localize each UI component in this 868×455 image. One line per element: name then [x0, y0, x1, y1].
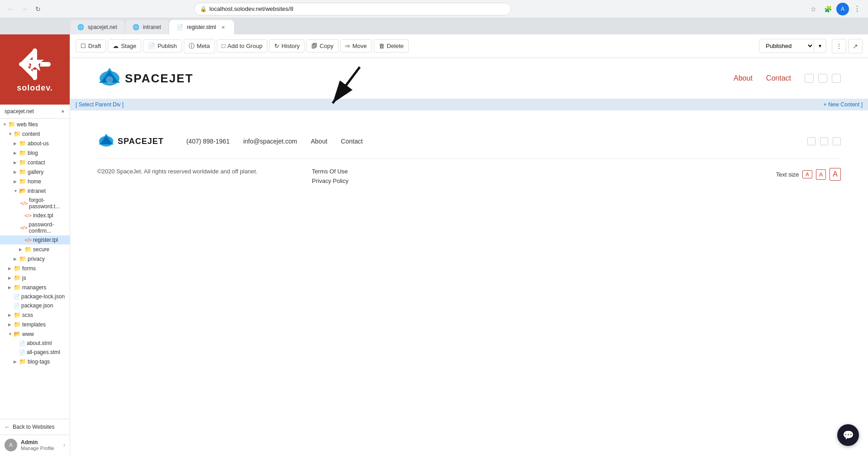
add-to-group-button[interactable]: □ Add to Group — [217, 39, 267, 53]
tree-item-package-json[interactable]: 📄 package.json — [0, 301, 70, 310]
tree-item-js[interactable]: ▶ 📁 js — [0, 273, 70, 283]
tree-item-templates[interactable]: ▶ 📁 templates — [0, 320, 70, 329]
tab-register[interactable]: 📄 register.stml ✕ — [169, 20, 234, 34]
tree-item-package-lock[interactable]: 📄 package-lock.json — [0, 292, 70, 301]
move-button[interactable]: ⇨ Move — [340, 39, 372, 53]
status-selector[interactable]: Published Draft Stage ▼ — [759, 39, 826, 53]
tree-item-password-confirm[interactable]: </> password-confirm... — [0, 220, 70, 235]
social-icon-2[interactable] — [818, 74, 827, 83]
stage-button[interactable]: ☁ Stage — [108, 39, 141, 53]
social-icon-3[interactable] — [832, 74, 841, 83]
bookmark-button[interactable]: ☆ — [807, 3, 820, 15]
folder-icon: 📁 — [14, 321, 21, 328]
delete-button[interactable]: 🗑 Delete — [374, 39, 409, 53]
tree-label: package.json — [21, 302, 53, 309]
tree-label: register.tpl — [33, 237, 58, 243]
delete-label: Delete — [387, 43, 404, 49]
folder-icon: 📁 — [19, 255, 26, 262]
meta-icon: ⓘ — [189, 42, 195, 50]
publish-button[interactable]: 📄 Publish — [143, 39, 182, 53]
grid-view-button[interactable]: ⋮ — [832, 39, 846, 53]
tree-item-web-files[interactable]: ▼ 📁 web files — [0, 120, 70, 129]
browser-chrome: ← → ↻ 🔒 localhost.solodev.net/websites/8… — [0, 0, 868, 18]
reload-button[interactable]: ↻ — [32, 3, 44, 15]
footer-social-icon-2[interactable] — [820, 137, 828, 145]
nav-contact-link[interactable]: Contact — [766, 74, 791, 82]
tree-item-content[interactable]: ▼ 📁 content — [0, 129, 70, 139]
expand-icon: ▶ — [14, 359, 19, 364]
add-to-group-icon: □ — [222, 43, 225, 49]
select-parent-bar[interactable]: [ Select Parent Div ] + New Content ] — [70, 99, 868, 110]
site-selector[interactable]: spacejet.net ▼ — [0, 105, 70, 119]
status-select[interactable]: Published Draft Stage — [759, 39, 814, 53]
history-button[interactable]: ↻ History — [269, 39, 305, 53]
content-area: ☐ Draft ☁ Stage 📄 Publish ⓘ Meta □ Add t… — [70, 34, 868, 455]
back-button[interactable]: ← — [5, 3, 17, 15]
profile-button[interactable]: A — [836, 3, 849, 15]
tree-label: home — [28, 178, 41, 185]
tree-item-all-pages[interactable]: 📄 all-pages.stml — [0, 348, 70, 357]
admin-profile[interactable]: A Admin Manage Profile › — [0, 435, 70, 455]
tree-item-intranet[interactable]: ▼ 📂 intranet — [0, 186, 70, 196]
expand-icon: ▶ — [8, 266, 14, 271]
tree-item-home[interactable]: ▶ 📁 home — [0, 177, 70, 186]
meta-button[interactable]: ⓘ Meta — [184, 39, 215, 53]
tree-item-blog[interactable]: ▶ 📁 blog — [0, 148, 70, 158]
tree-label: contact — [28, 159, 45, 166]
tree-item-blog-tags[interactable]: ▶ 📁 blog-tags — [0, 357, 70, 366]
terms-link[interactable]: Terms Of Use — [312, 168, 348, 175]
copy-button[interactable]: 🗐 Copy — [306, 39, 338, 53]
expand-icon: ▶ — [8, 313, 14, 317]
tree-item-register-tpl[interactable]: </> register.tpl ◀ — [0, 235, 70, 244]
tree-label: password-confirm... — [29, 221, 67, 234]
text-size-medium-button[interactable]: A — [816, 169, 826, 180]
footer-copyright: ©2020 SpaceJet. All rights reserved worl… — [97, 168, 258, 175]
draft-button[interactable]: ☐ Draft — [76, 39, 106, 53]
tree-item-about-us[interactable]: ▶ 📁 about-us — [0, 139, 70, 148]
tree-item-forms[interactable]: ▶ 📁 forms — [0, 263, 70, 273]
text-size-large-button[interactable]: A — [830, 168, 841, 181]
tree-item-contact[interactable]: ▶ 📁 contact — [0, 158, 70, 167]
history-icon: ↻ — [274, 43, 279, 49]
privacy-link[interactable]: Privacy Policy — [312, 177, 348, 184]
admin-name: Admin — [21, 439, 54, 445]
footer-about-link[interactable]: About — [311, 138, 328, 145]
solodev-logo[interactable]: solodev. — [0, 34, 70, 105]
address-bar[interactable]: 🔒 localhost.solodev.net/websites/8 — [194, 3, 511, 15]
tree-item-privacy[interactable]: ▶ 📁 privacy — [0, 254, 70, 263]
sidebar-tree: ▼ 📁 web files ▼ 📁 content ▶ 📁 about-us — [0, 119, 70, 419]
forward-button[interactable]: → — [18, 3, 31, 15]
tab-spacejet[interactable]: 🌐 spacejet.net — [70, 20, 124, 34]
tab-intranet[interactable]: 🌐 intranet — [125, 20, 168, 34]
tree-label: all-pages.stml — [27, 349, 60, 355]
tree-item-managers[interactable]: ▶ 📁 managers — [0, 283, 70, 292]
tree-label: templates — [22, 321, 46, 328]
footer-contact-link[interactable]: Contact — [341, 138, 362, 145]
footer-social-icon-1[interactable] — [807, 137, 816, 145]
tree-item-forgot-password[interactable]: </> forgot-password.t... — [0, 196, 70, 211]
footer-social-icon-3[interactable] — [833, 137, 841, 145]
solodev-snowflake-icon — [17, 46, 53, 82]
tree-item-secure[interactable]: ▶ 📁 secure — [0, 244, 70, 254]
extension-button[interactable]: 🧩 — [822, 3, 835, 15]
tree-item-index-tpl[interactable]: </> index.tpl — [0, 211, 70, 220]
back-to-websites-label: Back to Websites — [13, 424, 54, 430]
tab-close-icon[interactable]: ✕ — [219, 24, 227, 31]
expand-icon: ▶ — [19, 247, 24, 252]
tree-item-about-stml[interactable]: 📄 about.stml — [0, 339, 70, 348]
social-icon-1[interactable] — [805, 74, 814, 83]
menu-button[interactable]: ⋮ — [851, 3, 863, 15]
tree-item-www[interactable]: ▼ 📂 www — [0, 329, 70, 339]
nav-about-link[interactable]: About — [734, 74, 753, 82]
meta-label: Meta — [197, 43, 210, 49]
status-dropdown-arrow: ▼ — [814, 41, 826, 51]
tree-item-gallery[interactable]: ▶ 📁 gallery — [0, 167, 70, 177]
external-link-button[interactable]: ↗ — [848, 39, 863, 53]
folder-icon: 📁 — [19, 159, 26, 166]
tree-item-scss[interactable]: ▶ 📁 scss — [0, 310, 70, 320]
text-size-small-button[interactable]: A — [802, 170, 812, 178]
folder-icon: 📁 — [14, 265, 21, 272]
back-to-websites-button[interactable]: ← Back to Websites — [0, 419, 70, 435]
file-stml-icon: 📄 — [19, 350, 25, 355]
chat-bubble[interactable]: 💬 — [837, 424, 859, 446]
